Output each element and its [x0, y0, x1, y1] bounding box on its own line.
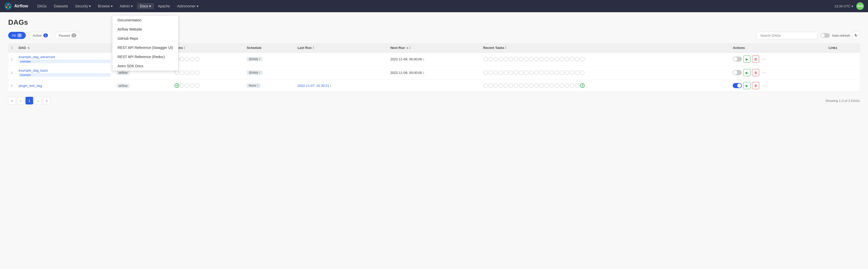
task-circle	[529, 57, 534, 61]
row2-lastrun-cell	[294, 66, 387, 79]
nav-browse[interactable]: Browse ▾	[95, 3, 116, 9]
task-circle-count: 3	[580, 83, 585, 88]
row1-tasks-cell	[480, 53, 730, 66]
th-nextrun[interactable]: Next Run ⇅ ℹ	[388, 43, 480, 53]
docs-item-redoc[interactable]: REST API Reference (Redoc)	[113, 52, 178, 61]
chevron-down-icon: ▾	[111, 4, 113, 8]
docs-item-astro-sdk[interactable]: Astro SDK Docs	[113, 61, 178, 71]
row1-dag-tag[interactable]: example	[19, 60, 111, 63]
row3-dag-link[interactable]: plugin_test_dag	[19, 84, 111, 88]
search-input[interactable]	[756, 32, 817, 39]
row3-delete-button[interactable]: 🗑	[752, 82, 759, 89]
brand[interactable]: Airflow	[4, 2, 28, 10]
all-count-badge: 3	[17, 33, 22, 37]
docs-item-website[interactable]: Airflow Website	[113, 25, 178, 34]
task-circle	[539, 83, 544, 88]
th-dag[interactable]: DAG ⇅	[16, 43, 114, 53]
row2-more-button[interactable]: ⋯	[761, 69, 768, 76]
nav-datasets[interactable]: Datasets	[51, 3, 71, 9]
th-info: ℹ	[8, 43, 16, 53]
row1-nextrun-info-icon: ℹ	[423, 58, 424, 61]
nav-dags[interactable]: DAGs	[34, 3, 50, 9]
task-circle	[550, 83, 554, 88]
nextrun-sort-icon: ⇅	[406, 46, 408, 49]
nextrun-info-icon: ℹ	[409, 46, 410, 50]
task-circle	[498, 57, 503, 61]
paused-count-badge: 2	[71, 33, 76, 37]
row2-dag-link[interactable]: example_dag_basic	[19, 69, 111, 72]
refresh-button[interactable]: ↻	[852, 32, 860, 39]
task-circle	[544, 57, 549, 61]
page-last-button[interactable]: »	[43, 97, 51, 104]
row1-delete-button[interactable]: 🗑	[752, 56, 759, 63]
task-circle	[503, 70, 508, 75]
chevron-down-icon: ▾	[197, 4, 198, 8]
nav-astronomer[interactable]: Astronomer ▾	[174, 3, 201, 9]
row3-toggle[interactable]	[733, 83, 742, 88]
row1-toggle[interactable]	[733, 57, 742, 62]
task-circle	[555, 83, 559, 88]
task-circle	[519, 70, 523, 75]
row3-owner-cell: airflow	[114, 79, 172, 92]
row2-schedule-badge: @daily ℹ	[247, 70, 262, 75]
row1-more-button[interactable]: ⋯	[761, 56, 768, 63]
task-circle	[519, 83, 523, 88]
row2-dag-tag[interactable]: example	[19, 73, 111, 77]
run-circle	[180, 70, 184, 75]
row1-trigger-button[interactable]: ▶	[743, 56, 750, 63]
task-circle	[498, 70, 503, 75]
row1-info: ℹ	[8, 53, 16, 66]
brand-label: Airflow	[14, 4, 28, 8]
recenttasks-info-icon: ℹ	[505, 46, 506, 50]
auto-refresh-toggle[interactable]	[820, 33, 830, 38]
run-circle	[180, 57, 184, 61]
task-circle	[575, 57, 580, 61]
row1-dag-link[interactable]: example_dag_advanced	[19, 55, 111, 59]
page-buttons: « ‹ 1 › »	[8, 97, 51, 104]
row2-delete-button[interactable]: 🗑	[752, 69, 759, 76]
row2-trigger-button[interactable]: ▶	[743, 69, 750, 76]
task-circle	[544, 83, 549, 88]
th-schedule: Schedule	[244, 43, 294, 53]
row3-schedule-badge: None ℹ	[247, 83, 260, 88]
row3-trigger-button[interactable]: ▶	[743, 82, 750, 89]
nav-time[interactable]: 13:34 UTC ▾	[834, 4, 853, 8]
row2-toggle[interactable]	[733, 70, 742, 75]
task-circle	[503, 83, 508, 88]
task-circle	[570, 70, 575, 75]
docs-dropdown-menu: Documentation Airflow Website GitHub Rep…	[112, 15, 178, 71]
filter-active-button[interactable]: Active 1	[29, 32, 52, 39]
nav-apache[interactable]: Apache	[155, 3, 173, 9]
docs-item-swagger[interactable]: REST API Reference (Swagger UI)	[113, 43, 178, 52]
lastrun-info-icon: ℹ	[313, 46, 314, 50]
row1-schedule-cell: @daily ℹ	[244, 53, 294, 66]
page-first-button[interactable]: «	[8, 97, 16, 104]
row3-info: ℹ	[8, 79, 16, 92]
task-circle	[534, 83, 539, 88]
user-menu-button[interactable]: AU ▾	[856, 2, 864, 10]
nav-right: 13:34 UTC ▾ AU ▾	[834, 2, 864, 10]
task-circle	[555, 70, 559, 75]
task-circle	[509, 83, 513, 88]
page-1-button[interactable]: 1	[26, 97, 33, 104]
nav-admin[interactable]: Admin ▾	[117, 3, 136, 9]
task-circle	[544, 70, 549, 75]
row3-lastrun-cell: 2022-11-07, 15:30:21 ℹ	[294, 79, 387, 92]
row1-dag-cell: example_dag_advanced example	[16, 53, 114, 66]
task-circle	[550, 70, 554, 75]
auto-refresh-label: Auto-refresh	[832, 34, 850, 37]
nav-security[interactable]: Security ▾	[72, 3, 94, 9]
page-next-button[interactable]: ›	[34, 97, 42, 104]
filter-all-button[interactable]: All 3	[8, 32, 26, 39]
docs-item-documentation[interactable]: Documentation	[113, 15, 178, 25]
task-circle	[503, 57, 508, 61]
runs-info-icon: ℹ	[184, 46, 185, 50]
docs-item-github[interactable]: GitHub Repo	[113, 34, 178, 43]
nav-docs[interactable]: Docs ▾	[137, 3, 154, 9]
row3-more-button[interactable]: ⋯	[761, 82, 768, 89]
task-circle	[524, 83, 529, 88]
task-circle	[488, 70, 493, 75]
task-circle	[565, 57, 569, 61]
filter-paused-button[interactable]: Paused 2	[55, 32, 80, 39]
page-prev-button[interactable]: ‹	[17, 97, 25, 104]
